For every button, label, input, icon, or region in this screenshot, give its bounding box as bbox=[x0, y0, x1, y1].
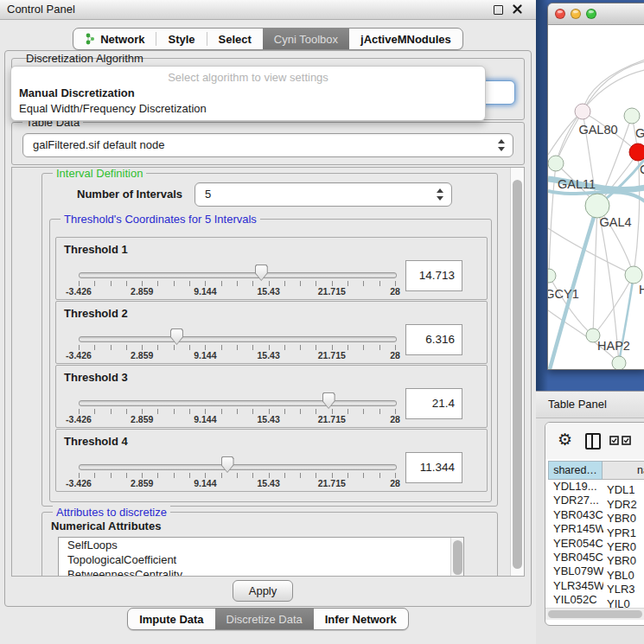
table-data-group: Table Data galFiltered.sif default node bbox=[11, 122, 525, 165]
node-label: GCY1 bbox=[548, 287, 579, 301]
split-pane-icon[interactable] bbox=[585, 433, 601, 450]
tick-label: 15.43 bbox=[257, 350, 279, 360]
threshold-2-panel: Threshold 2 -3.4262.8599.14415.4321.7152… bbox=[55, 301, 488, 364]
network-canvas[interactable]: GAL80GACGAL11GAL4GCY1HAHAP2 bbox=[548, 25, 644, 369]
threshold-4-value-field[interactable]: 11.344 bbox=[405, 452, 462, 483]
threshold-3-panel: Threshold 3 -3.4262.8599.14415.4321.7152… bbox=[55, 365, 488, 428]
apply-button[interactable]: Apply bbox=[233, 580, 293, 602]
float-window-icon[interactable] bbox=[494, 5, 503, 15]
network-node[interactable] bbox=[612, 356, 626, 369]
table-row[interactable]: YER054CYER0 bbox=[548, 537, 644, 551]
network-node[interactable] bbox=[625, 266, 642, 284]
threshold-1-slider[interactable] bbox=[79, 272, 397, 278]
popup-item-equal-width-frequency[interactable]: Equal Width/Frequency Discretization bbox=[19, 102, 207, 115]
popup-prompt: Select algorithm to view settings bbox=[11, 71, 485, 84]
tick-label: 2.859 bbox=[131, 414, 153, 424]
network-node[interactable] bbox=[575, 104, 590, 119]
attribute-list-item[interactable]: TopologicalCoefficient bbox=[59, 552, 463, 567]
tick-label: 15.43 bbox=[257, 286, 279, 296]
network-edge[interactable] bbox=[548, 228, 634, 275]
network-node[interactable] bbox=[548, 269, 556, 283]
right-region: GAL80GACGAL11GAL4GCY1HAHAP2 Table Panel … bbox=[536, 0, 644, 644]
number-of-intervals-label: Number of Intervals bbox=[77, 188, 182, 201]
table-row[interactable]: YBR045CYBR0 bbox=[548, 551, 644, 564]
zoom-button-icon[interactable] bbox=[586, 9, 596, 19]
table-header-row: shared… na bbox=[548, 461, 644, 480]
table-row[interactable]: YIL052CYIL0 bbox=[548, 593, 644, 607]
tab-style[interactable]: Style bbox=[156, 29, 206, 49]
panel-title: Control Panel bbox=[7, 0, 75, 19]
tick-label: 28 bbox=[390, 350, 400, 360]
table-data-combobox[interactable]: galFiltered.sif default node bbox=[22, 133, 513, 157]
tab-impute-data[interactable]: Impute Data bbox=[128, 609, 214, 629]
close-button-icon[interactable] bbox=[555, 9, 565, 19]
network-node[interactable] bbox=[629, 143, 644, 161]
threshold-2-value-field[interactable]: 6.316 bbox=[405, 324, 462, 355]
table-row[interactable]: YDL19...YDL1 bbox=[548, 480, 644, 494]
tab-select[interactable]: Select bbox=[207, 29, 263, 49]
slider-thumb[interactable] bbox=[255, 265, 268, 281]
scrollbar-thumb[interactable] bbox=[513, 180, 522, 569]
scrollbar-thumb[interactable] bbox=[453, 540, 462, 575]
threshold-4-slider[interactable] bbox=[79, 464, 397, 470]
tab-cyni-toolbox[interactable]: Cyni Toolbox bbox=[263, 29, 349, 49]
settings-scrollbar[interactable] bbox=[510, 168, 524, 576]
settings-gear-icon[interactable]: ⚙ bbox=[558, 430, 572, 450]
tick-label: -3.426 bbox=[66, 350, 92, 360]
group-title: Discretization Algorithm bbox=[22, 52, 147, 65]
tick-label: 9.144 bbox=[194, 478, 216, 488]
threshold-1-value-field[interactable]: 14.713 bbox=[405, 260, 462, 291]
tick-label: 9.144 bbox=[194, 286, 216, 296]
table-row[interactable]: YLR345WYLR3 bbox=[548, 579, 644, 593]
slider-thumb[interactable] bbox=[170, 328, 183, 345]
tab-jactivemnodules[interactable]: jActiveMNodules bbox=[349, 29, 462, 49]
network-edge[interactable] bbox=[583, 60, 644, 112]
network-edge[interactable] bbox=[583, 61, 644, 112]
network-icon bbox=[85, 33, 95, 45]
node-label: HAP2 bbox=[597, 339, 630, 353]
close-icon[interactable] bbox=[513, 4, 522, 14]
node-label: GA bbox=[635, 126, 644, 140]
tab-discretize-data[interactable]: Discretize Data bbox=[215, 609, 314, 629]
threshold-3-value-field[interactable]: 21.4 bbox=[405, 388, 462, 419]
group-title: Interval Definition bbox=[53, 167, 146, 180]
table-panel-title: Table Panel bbox=[548, 392, 607, 418]
numerical-attributes-label: Numerical Attributes bbox=[51, 520, 161, 532]
table-row[interactable]: YPR145WYPR1 bbox=[548, 522, 644, 536]
slider-thumb[interactable] bbox=[221, 456, 234, 473]
network-node[interactable] bbox=[585, 194, 609, 218]
threshold-3-slider[interactable] bbox=[79, 400, 397, 406]
tab-network[interactable]: Network bbox=[73, 29, 156, 49]
attribute-list-item[interactable]: SelfLoops bbox=[59, 538, 463, 552]
number-of-intervals-combobox[interactable]: 5 bbox=[194, 182, 452, 207]
threshold-2-slider[interactable] bbox=[79, 336, 397, 342]
thresholds-group: Threshold's Coordinates for 5 Intervals … bbox=[49, 219, 492, 502]
minimize-button-icon[interactable] bbox=[571, 9, 581, 19]
network-node[interactable] bbox=[624, 108, 640, 124]
bottom-tab-bar: Impute Data Discretize Data Infer Networ… bbox=[0, 608, 536, 630]
select-columns-checkbox-icon[interactable] bbox=[622, 436, 631, 445]
popup-item-manual-discretization[interactable]: Manual Discretization bbox=[19, 86, 135, 99]
attribute-list-item[interactable]: BetweennessCentrality bbox=[59, 567, 463, 577]
tick-label: 15.43 bbox=[257, 414, 279, 424]
slider-thumb[interactable] bbox=[322, 392, 335, 409]
tab-infer-network[interactable]: Infer Network bbox=[314, 609, 408, 629]
column-header-shared-name[interactable]: shared… bbox=[548, 461, 603, 480]
scrollbar-thumb[interactable] bbox=[548, 610, 642, 618]
table-horizontal-scrollbar[interactable] bbox=[545, 608, 644, 620]
node-label: GAL80 bbox=[578, 123, 617, 137]
select-columns-checkbox-icon[interactable] bbox=[609, 436, 619, 445]
tick-label: 21.715 bbox=[318, 478, 346, 488]
table-row[interactable]: YDR27...YDR2 bbox=[548, 494, 644, 507]
table-row[interactable]: YBL079WYBL0 bbox=[548, 564, 644, 578]
tick-label: 28 bbox=[390, 478, 400, 488]
list-scrollbar[interactable] bbox=[450, 538, 463, 577]
network-edge[interactable] bbox=[548, 112, 583, 155]
table-panel: ⚙ shared… na YDL19...YDL1 YDR27...YDR2 Y… bbox=[545, 422, 644, 626]
network-view-window: GAL80GACGAL11GAL4GCY1HAHAP2 bbox=[547, 3, 644, 370]
network-node[interactable] bbox=[548, 156, 564, 171]
column-header-name[interactable]: na bbox=[603, 461, 644, 480]
tick-label: 28 bbox=[390, 414, 400, 424]
network-edge[interactable] bbox=[593, 206, 597, 335]
table-row[interactable]: YBR043CYBR0 bbox=[548, 508, 644, 522]
